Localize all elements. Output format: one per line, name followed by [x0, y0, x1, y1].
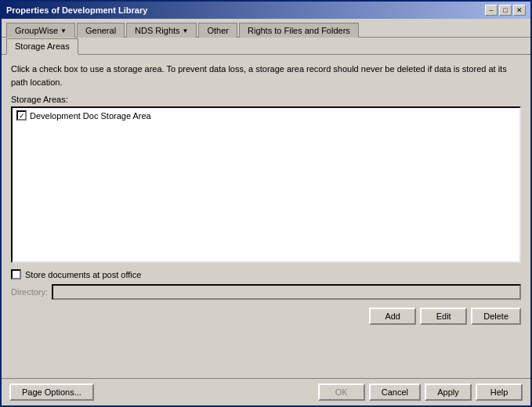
storage-area-checkbox[interactable]: ✓ — [16, 110, 27, 121]
storage-areas-section: Storage Areas: ✓ Development Doc Storage… — [11, 95, 521, 263]
content-area: Click a check box to use a storage area.… — [2, 55, 530, 378]
tab-groupwise-label: GroupWise — [15, 26, 58, 35]
bottom-options: Store documents at post office Directory… — [11, 269, 521, 325]
tab-nds-rights-label: NDS Rights — [135, 26, 179, 35]
title-bar: Properties of Development Library – □ ✕ — [2, 2, 530, 19]
title-bar-controls: – □ ✕ — [485, 5, 526, 16]
nds-rights-dropdown-icon: ▼ — [183, 27, 189, 34]
directory-row: Directory: — [11, 284, 521, 300]
tab-general-label: General — [85, 26, 116, 35]
help-button[interactable]: Help — [476, 384, 523, 401]
footer-right-buttons: OK Cancel Apply Help — [318, 384, 523, 401]
store-docs-label: Store documents at post office — [25, 270, 141, 279]
footer: Page Options... OK Cancel Apply Help — [2, 378, 530, 405]
tab-other-label: Other — [207, 26, 229, 35]
groupwise-dropdown-icon: ▼ — [60, 27, 67, 34]
tab-nds-rights[interactable]: NDS Rights ▼ — [126, 23, 197, 38]
maximize-button[interactable]: □ — [499, 5, 512, 16]
storage-areas-label: Storage Areas: — [11, 95, 521, 104]
action-buttons: Add Edit Delete — [11, 308, 521, 325]
page-options-button[interactable]: Page Options... — [9, 384, 94, 401]
cancel-button[interactable]: Cancel — [369, 384, 421, 401]
tab-rights-files-folders[interactable]: Rights to Files and Folders — [239, 23, 359, 38]
close-button[interactable]: ✕ — [513, 5, 526, 16]
minimize-button[interactable]: – — [485, 5, 498, 16]
tab-storage-areas-label: Storage Areas — [15, 41, 70, 51]
ok-button[interactable]: OK — [318, 384, 365, 401]
tab-other[interactable]: Other — [198, 23, 237, 38]
apply-button[interactable]: Apply — [425, 384, 472, 401]
store-docs-checkbox[interactable] — [11, 269, 21, 279]
delete-button[interactable]: Delete — [471, 308, 521, 325]
tab-groupwise[interactable]: GroupWise ▼ — [6, 23, 75, 38]
tab-general[interactable]: General — [77, 23, 125, 38]
tab-storage-areas[interactable]: Storage Areas — [6, 38, 78, 55]
directory-input — [52, 284, 521, 300]
edit-button[interactable]: Edit — [420, 308, 467, 325]
storage-areas-listbox[interactable]: ✓ Development Doc Storage Area — [11, 106, 521, 263]
tab-rights-files-folders-label: Rights to Files and Folders — [248, 26, 350, 35]
main-window: Properties of Development Library – □ ✕ … — [0, 0, 532, 407]
storage-area-item-label: Development Doc Storage Area — [30, 111, 151, 121]
info-text: Click a check box to use a storage area.… — [11, 63, 521, 88]
list-item: ✓ Development Doc Storage Area — [14, 110, 518, 121]
directory-label: Directory: — [11, 287, 48, 297]
tab-bar-row1: GroupWise ▼ General NDS Rights ▼ Other R… — [2, 19, 530, 38]
window-title: Properties of Development Library — [6, 5, 147, 15]
add-button[interactable]: Add — [369, 308, 416, 325]
store-docs-row: Store documents at post office — [11, 269, 521, 279]
